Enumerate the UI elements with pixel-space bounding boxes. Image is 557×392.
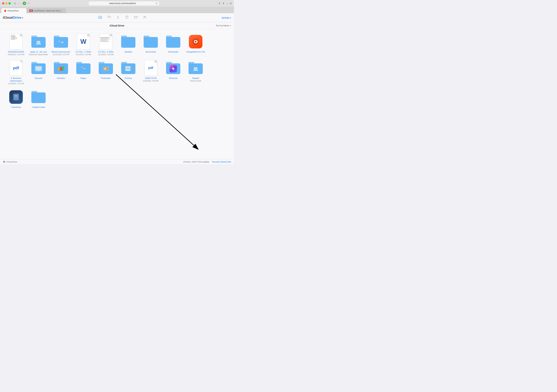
toolbar-actions bbox=[23, 15, 222, 21]
file-name-keynote: Keynote bbox=[35, 77, 42, 80]
icloud-text: iCloud bbox=[3, 16, 13, 20]
file-name-preview: Preview bbox=[125, 77, 132, 80]
file-item-turboscan[interactable]: TurboScan bbox=[5, 88, 27, 110]
nav-back-icon[interactable]: ‹ bbox=[18, 2, 19, 5]
file-item-documents[interactable]: Documents bbox=[140, 32, 161, 57]
site-favicon: G bbox=[23, 2, 26, 5]
file-name-desktop: Desktop bbox=[124, 51, 132, 53]
file-icon-appletv bbox=[31, 34, 46, 49]
file-date-ilbusiness: 1/14/2021, 2:01 PM bbox=[8, 83, 24, 85]
file-name-pages: Pages bbox=[81, 77, 86, 80]
file-icon-09182020: BORROWERSPRIOR TO ANYDISBURSEMENTYOU MUS… bbox=[8, 34, 24, 49]
file-item-stupid2[interactable]: Stupid2 Shared by Me bbox=[185, 59, 206, 86]
email-icon[interactable] bbox=[133, 15, 139, 21]
recently-deleted-link[interactable]: Recently Deleted (80) bbox=[212, 161, 231, 163]
add-tab-icon[interactable]: + bbox=[227, 2, 228, 5]
file-item-preview[interactable]: Preview bbox=[118, 59, 139, 86]
download-icon[interactable]: ⬇ bbox=[218, 2, 221, 5]
new-folder-icon[interactable] bbox=[98, 15, 103, 21]
upload-cloud-icon[interactable] bbox=[106, 15, 112, 21]
file-item-cvword[interactable]: W CV-Tem...k-Teller 3/11/2015, 3:20 AM bbox=[73, 32, 94, 57]
file-item-09182020[interactable]: BORROWERSPRIOR TO ANYDISBURSEMENTYOU MUS… bbox=[5, 32, 27, 57]
sort-chevron-icon: ∨ bbox=[229, 24, 231, 27]
address-bar[interactable]: www.icloud.com/iclouddrive/ ↻ bbox=[88, 1, 160, 6]
status-right: 19 items, 109.67 GB available Recently D… bbox=[183, 161, 231, 163]
svg-point-4 bbox=[38, 41, 41, 43]
minimize-button[interactable] bbox=[5, 2, 8, 4]
file-item-blooms[interactable]: " ✏ Blooms taxonomy12 12/11/2020, 6:25 P… bbox=[50, 32, 72, 57]
address-text: www.icloud.com/iclouddrive/ bbox=[90, 2, 155, 5]
tab-macreports[interactable]: mR macReports: News and Tips for Mac, iP… bbox=[27, 8, 66, 13]
file-item-cvpdf[interactable]: CV-Tem...k-Teller 3/11/2015, 3:20 AM bbox=[95, 32, 116, 57]
sidebar-toggle-icon[interactable]: ⊟ bbox=[14, 2, 16, 5]
app-container: iCloud Drive ∨ bbox=[0, 13, 234, 164]
sort-bar: iCloud Drive Sort by Name ∨ bbox=[0, 23, 234, 29]
file-name-blooms: Blooms taxonomy12 bbox=[52, 51, 70, 53]
window-controls: ⊟ ‹ › bbox=[14, 2, 21, 5]
svg-rect-13 bbox=[37, 71, 40, 71]
file-name-turboscan: TurboScan bbox=[11, 106, 21, 109]
file-item-numbers[interactable]: Numbers bbox=[50, 59, 72, 86]
file-grid: BORROWERSPRIOR TO ANYDISBURSEMENTYOU MUS… bbox=[0, 29, 234, 159]
file-item-keynote[interactable]: Keynote bbox=[28, 59, 49, 86]
drive-text: Drive bbox=[13, 16, 21, 20]
user-name: Serhat bbox=[222, 16, 229, 19]
file-item-pages[interactable]: " ✏ Pages bbox=[73, 59, 94, 86]
nav-forward-icon[interactable]: › bbox=[20, 2, 21, 5]
file-icon-pixelmator bbox=[98, 60, 114, 76]
s20et-text: pdf bbox=[148, 66, 153, 70]
file-date-stupid2: Shared by Me bbox=[190, 80, 201, 82]
tab-label-icloud: iCloud Drive bbox=[8, 10, 19, 12]
user-menu[interactable]: Serhat ∨ bbox=[222, 16, 231, 19]
file-item-garageband[interactable]: GarageBand for iOS bbox=[185, 32, 206, 57]
app-title: iCloud Drive ∨ bbox=[3, 16, 23, 20]
svg-point-24 bbox=[196, 67, 198, 69]
file-item-desktop[interactable]: Desktop bbox=[118, 32, 139, 57]
file-item-s20et[interactable]: pdf S20ET1FUR 2/25/2020, 4:48 AM bbox=[140, 59, 161, 86]
file-name-downloads: Downloads bbox=[168, 51, 178, 53]
file-icon-pages: " ✏ bbox=[75, 60, 91, 76]
doc-text-preview-icon bbox=[99, 34, 112, 49]
mr-favicon: mR bbox=[29, 10, 33, 12]
tab-icloud-drive[interactable]: 🍎 iCloud Drive bbox=[1, 8, 26, 13]
status-icloud-label: iCloud Drive bbox=[6, 161, 17, 163]
garageband-app-icon bbox=[189, 35, 202, 48]
status-left: iCloud Drive bbox=[3, 161, 17, 163]
tab-label-macreports: macReports: News and Tips for Mac, iPhon… bbox=[34, 10, 63, 12]
file-icon-keynote bbox=[31, 60, 46, 76]
close-button[interactable] bbox=[2, 2, 4, 4]
svg-rect-15 bbox=[60, 67, 62, 71]
share-people-icon[interactable] bbox=[142, 15, 147, 21]
file-name-09182020: 09182020131609 bbox=[8, 51, 24, 53]
file-date-blooms: 12/11/2020, 6:25 PM bbox=[53, 54, 69, 56]
security-icon: 🛡 bbox=[28, 2, 30, 5]
file-item-downloads[interactable]: Downloads bbox=[163, 32, 184, 57]
share-icon[interactable]: ⬆ bbox=[222, 2, 225, 5]
title-bar: ⊟ ‹ › G 🛡 www.icloud.com/iclouddrive/ ↻ … bbox=[0, 0, 234, 7]
file-item-pixelmator[interactable]: Pixelmator bbox=[95, 59, 116, 86]
svg-rect-19 bbox=[104, 68, 106, 70]
fullscreen-button[interactable] bbox=[8, 2, 11, 4]
file-icon-blooms: " ✏ bbox=[53, 34, 69, 49]
file-name-s20et: S20ET1FUR bbox=[145, 77, 156, 80]
file-date-appletv: Shared by Stacey Butler bbox=[29, 54, 48, 56]
file-icon-stupid2 bbox=[188, 60, 204, 76]
file-icon-garageband bbox=[188, 34, 204, 49]
file-item-ilbusiness[interactable]: pdf IL Business Authorization 1/14/2021,… bbox=[5, 59, 27, 86]
file-item-appletv[interactable]: apple_tv...ote_lost Shared by Stacey But… bbox=[28, 32, 49, 57]
svg-rect-16 bbox=[62, 66, 64, 71]
delete-icon[interactable] bbox=[124, 15, 130, 21]
svg-point-2 bbox=[145, 16, 146, 17]
app-title-chevron-icon[interactable]: ∨ bbox=[22, 16, 23, 19]
file-name-shortcuts: Shortcuts bbox=[169, 77, 178, 80]
svg-rect-11 bbox=[36, 67, 41, 70]
svg-rect-9 bbox=[198, 41, 198, 42]
sort-control[interactable]: Sort by Name ∨ bbox=[216, 24, 231, 27]
upload-icon[interactable] bbox=[115, 15, 121, 21]
tab-overview-icon[interactable]: ⧉ bbox=[230, 2, 232, 5]
file-icon-documents bbox=[143, 34, 159, 49]
file-item-shortcuts[interactable]: Shortcuts bbox=[163, 59, 184, 86]
reload-icon[interactable]: ↻ bbox=[156, 2, 158, 5]
file-item-untitled[interactable]: Untitled Folder bbox=[28, 88, 49, 110]
file-date-cvpdf: 3/11/2015, 3:20 AM bbox=[98, 54, 114, 56]
